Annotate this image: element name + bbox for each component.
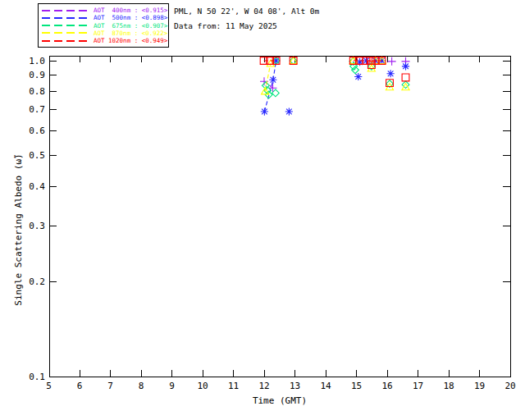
x-tick-label: 17	[413, 381, 423, 391]
y-axis-title: Single Scattering Albedo (ω̃)	[13, 153, 24, 305]
x-tick-label: 11	[228, 381, 239, 391]
x-tick-label: 12	[258, 381, 269, 391]
data-marker-asterisk	[285, 107, 293, 115]
y-tick-label: 0.2	[29, 276, 45, 287]
data-marker-triangle	[402, 84, 409, 90]
x-tick-label: 9	[169, 381, 175, 391]
x-tick-label: 18	[443, 381, 454, 391]
axes-ticks	[49, 56, 510, 377]
x-tick-label: 8	[139, 381, 144, 391]
data-marker-asterisk	[387, 70, 395, 77]
x-tick-label: 15	[351, 381, 362, 391]
y-tick-label: 0.8	[29, 86, 45, 97]
x-tick-label: 14	[320, 381, 331, 391]
x-tick-label: 6	[77, 381, 83, 391]
x-tick-label: 7	[107, 381, 113, 391]
data-marker-asterisk	[354, 73, 362, 80]
y-tick-label: 0.3	[29, 221, 45, 231]
aeronet-ssa-plot-page: PML, N 50 22', W 04 08', Alt 0m Data fro…	[0, 0, 525, 420]
y-tick-label: 0.5	[29, 150, 45, 161]
y-tick-label: 0.4	[29, 181, 45, 192]
series-aot-870nm	[262, 57, 410, 94]
data-marker-asterisk	[269, 76, 276, 84]
x-tick-label: 13	[290, 381, 300, 391]
x-tick-label: 19	[474, 381, 485, 391]
x-axis-title: Time (GMT)	[253, 395, 307, 406]
y-tick-label: 0.6	[29, 126, 45, 136]
data-marker-asterisk	[261, 107, 268, 115]
ssa-chart: 5678910111213141516171819201.00.90.80.70…	[0, 0, 525, 420]
x-tick-label: 10	[197, 381, 208, 391]
data-marker-plus	[388, 57, 396, 66]
y-tick-label: 0.7	[29, 104, 45, 115]
series-aot-500nm	[261, 57, 409, 115]
x-tick-label: 5	[46, 381, 52, 391]
y-tick-label: 0.1	[29, 372, 45, 382]
data-marker-square	[402, 74, 409, 81]
plot-frame	[49, 56, 510, 377]
x-tick-label: 16	[381, 381, 392, 391]
y-tick-label: 1.0	[29, 56, 45, 66]
data-marker-asterisk	[402, 62, 409, 70]
x-tick-label: 20	[504, 381, 515, 391]
y-tick-label: 0.9	[29, 70, 45, 80]
series-aot-675nm	[262, 57, 409, 98]
